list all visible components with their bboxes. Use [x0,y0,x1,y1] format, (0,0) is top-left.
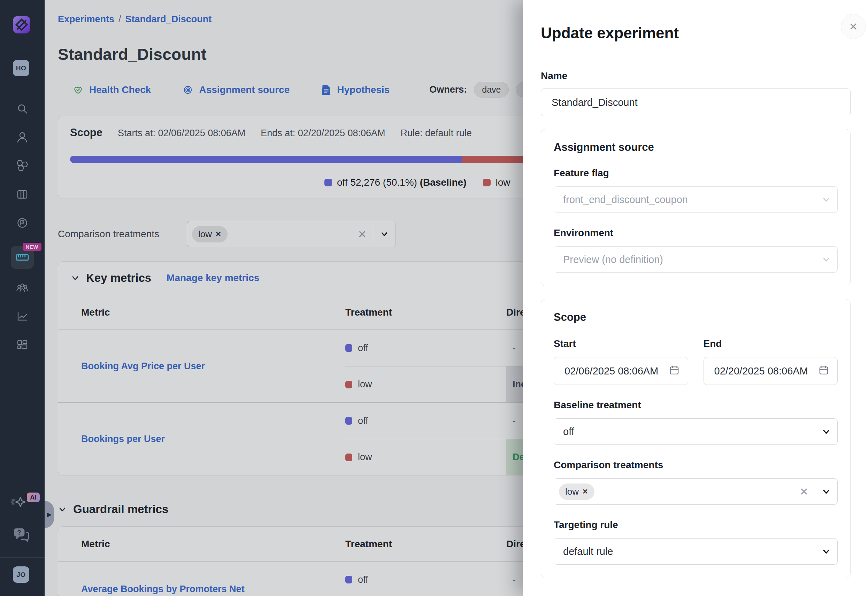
treatment-chip-low[interactable]: low✕ [559,484,595,500]
app-window: HO [0,0,868,596]
baseline-treatment-select[interactable]: off [554,418,838,445]
comparison-treatments-select[interactable]: low✕ ✕ [554,478,838,505]
start-label: Start [554,338,688,350]
environment-label: Environment [554,227,838,239]
chevron-down-icon[interactable] [815,547,837,556]
targeting-rule-select[interactable]: default rule [554,538,838,565]
baseline-treatment-label: Baseline treatment [554,400,838,411]
assignment-source-card: Assignment source Feature flag front_end… [541,129,850,286]
feature-flag-label: Feature flag [554,168,838,179]
chevron-down-icon [815,255,837,264]
close-icon[interactable]: ✕ [841,14,866,39]
scope-form-title: Scope [554,311,838,324]
end-label: End [704,338,838,350]
update-experiment-panel: ✕ Update experiment Name Assignment sour… [523,0,868,596]
environment-select[interactable]: Preview (no definition) [554,246,838,273]
end-date-field[interactable]: 02/20/2025 08:06AM [704,357,838,385]
targeting-rule-label: Targeting rule [554,519,838,531]
clear-icon[interactable]: ✕ [793,485,815,498]
comparison-treatments-label: Comparison treatments [554,459,838,471]
chip-remove-icon[interactable]: ✕ [582,487,588,496]
name-label: Name [541,70,850,81]
panel-title: Update experiment [541,24,850,42]
feature-flag-select[interactable]: front_end_discount_coupon [554,186,838,213]
scope-form-card: Scope Start End 02/06/2025 08:06AM 02/ [541,299,850,578]
chevron-down-icon [815,195,837,204]
start-date-field[interactable]: 02/06/2025 08:06AM [554,357,688,385]
chevron-down-icon[interactable] [815,487,837,496]
assignment-source-title: Assignment source [554,141,838,153]
modal-overlay[interactable] [0,0,523,596]
calendar-icon[interactable] [819,365,829,378]
chevron-down-icon[interactable] [815,427,837,436]
name-field[interactable] [541,89,850,117]
calendar-icon[interactable] [669,365,679,378]
